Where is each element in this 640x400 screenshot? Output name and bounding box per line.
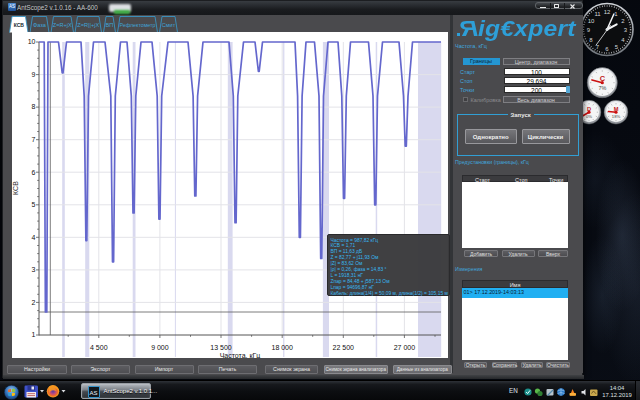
svg-text:5: 5: [32, 201, 36, 208]
svg-text:7%: 7%: [598, 85, 606, 91]
svg-text:Z=R||+jX: Z=R||+jX: [77, 22, 99, 28]
svg-text:КСВ: КСВ: [12, 181, 19, 195]
svg-text:0%: 0%: [586, 114, 592, 119]
svg-text:22 500: 22 500: [333, 344, 355, 351]
svg-text:9: 9: [32, 71, 36, 78]
svg-text:18 000: 18 000: [271, 344, 293, 351]
svg-text:6: 6: [32, 169, 36, 176]
svg-text:13 500: 13 500: [210, 344, 232, 351]
svg-text:12: 12: [604, 9, 611, 15]
svg-text:Z=R+jX: Z=R+jX: [53, 22, 72, 28]
svg-text:Рефлектометр: Рефлектометр: [120, 22, 156, 28]
svg-text:4: 4: [32, 234, 36, 241]
svg-text:ВП: ВП: [106, 22, 114, 28]
svg-text:8: 8: [32, 103, 36, 110]
svg-text:18%: 18%: [612, 114, 621, 119]
svg-text:10: 10: [28, 38, 36, 45]
svg-text:27 000: 27 000: [394, 344, 416, 351]
svg-text:КСВ: КСВ: [14, 22, 25, 28]
svg-text:7: 7: [32, 136, 36, 143]
svg-text:1: 1: [32, 331, 36, 338]
svg-text:2: 2: [32, 299, 36, 306]
svg-text:3: 3: [32, 266, 36, 273]
svg-text:Частота, кГц: Частота, кГц: [220, 352, 261, 359]
svg-text:Смит: Смит: [162, 22, 176, 28]
svg-text:Фаза: Фаза: [33, 22, 47, 28]
svg-text:4 500: 4 500: [90, 344, 108, 351]
svg-text:9 000: 9 000: [151, 344, 169, 351]
